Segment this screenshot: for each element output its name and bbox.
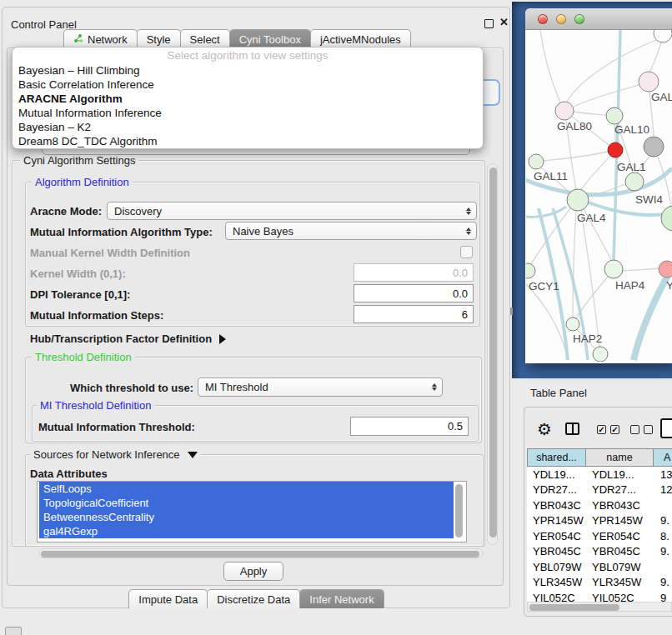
algorithm-option-mutual-information-inference[interactable]: Mutual Information Inference: [13, 106, 483, 120]
close-icon[interactable]: ✕: [499, 16, 509, 28]
mi-threshold-label: Mutual Information Threshold:: [38, 421, 195, 433]
panel-resize-grip[interactable]: [510, 308, 513, 315]
sources-toggle[interactable]: Sources for Network Inference: [30, 448, 201, 461]
table-row[interactable]: YDL19...YDL19...13: [527, 467, 672, 482]
apply-button[interactable]: Apply: [223, 562, 283, 581]
table-row[interactable]: YIL052CYIL052C9: [527, 590, 672, 602]
column-header-shared[interactable]: shared...: [527, 448, 586, 467]
attributes-list-scrollbar[interactable]: [455, 484, 463, 538]
settings-gear-icon[interactable]: ⚙: [537, 419, 552, 439]
tab-infer-network[interactable]: Infer Network: [299, 589, 384, 608]
split-view-columns-icon[interactable]: [565, 422, 579, 435]
network-node[interactable]: [644, 137, 664, 157]
which-threshold-select[interactable]: MI Threshold: [198, 378, 443, 397]
tab-style[interactable]: Style: [137, 29, 181, 48]
table-cell: YER054C: [586, 530, 654, 542]
tab-select[interactable]: Select: [180, 29, 230, 48]
table-row[interactable]: YPR145WYPR145W9.: [527, 513, 672, 529]
network-node-gcy1[interactable]: [526, 263, 535, 278]
tab-cyni-toolbox[interactable]: Cyni Toolbox: [229, 29, 311, 48]
network-node-gal4[interactable]: [567, 189, 589, 211]
network-node-gal[interactable]: [639, 72, 659, 92]
table-row[interactable]: YBR043CYBR043C: [527, 498, 672, 513]
node-label-gal11: GAL11: [534, 170, 568, 182]
network-node[interactable]: [593, 347, 608, 362]
table-row[interactable]: YDR27...YDR27...12: [527, 482, 672, 498]
mi-algorithm-type-select[interactable]: Naive Bayes: [225, 222, 477, 240]
manual-kernel-width-label: Manual Kernel Width Definition: [30, 247, 190, 259]
table-body: YDL19...YDL19...13YDR27...YDR27...12YBR0…: [527, 467, 672, 602]
aracne-mode-label: Aracne Mode:: [30, 205, 102, 218]
table-cell: 9: [654, 592, 672, 602]
mi-steps-input[interactable]: 6: [354, 305, 474, 323]
network-node-swi4[interactable]: [661, 206, 672, 231]
algorithm-option-bayesian-hill-climbing[interactable]: Bayesian – Hill Climbing: [13, 63, 483, 78]
network-canvas[interactable]: GALGAL80GAL10GAL1GAL11SWI4GAL4GCY1HAP4YH…: [526, 30, 672, 362]
attribute-item-betweennesscentrality[interactable]: BetweennessCentrality: [39, 510, 454, 524]
attribute-item-selfloops[interactable]: SelfLoops: [39, 482, 454, 496]
settings-vertical-scrollbar-thumb[interactable]: [489, 168, 497, 538]
kernel-width-input[interactable]: 0.0: [354, 263, 474, 282]
table-cell: YPR145W: [586, 514, 654, 527]
zoom-traffic-light[interactable]: [574, 14, 584, 24]
tab-impute-data[interactable]: Impute Data: [128, 589, 208, 608]
network-node[interactable]: [608, 142, 623, 158]
settings-vertical-scrollbar-track[interactable]: [487, 163, 498, 545]
table-panel-title: Table Panel: [530, 387, 587, 399]
algorithm-option-aracne-algorithm[interactable]: ARACNE Algorithm: [13, 92, 483, 106]
table-row[interactable]: YLR345WYLR345W9.: [527, 575, 672, 591]
float-window-icon[interactable]: [484, 19, 494, 28]
table-cell: YBR045C: [527, 545, 586, 558]
network-node-gal80[interactable]: [555, 102, 574, 120]
deselect-all-checkboxes-icon[interactable]: [630, 425, 639, 434]
table-horizontal-scrollbar-thumb[interactable]: [529, 604, 619, 611]
network-node[interactable]: [654, 30, 672, 42]
table-row[interactable]: YER054CYER054C8.: [527, 528, 672, 544]
column-header-name[interactable]: name: [585, 448, 654, 467]
network-node-hap4[interactable]: [604, 260, 623, 278]
settings-group-title: Cyni Algorithm Settings: [20, 154, 138, 167]
data-attributes-list[interactable]: SelfLoopsTopologicalCoefficientBetweenne…: [37, 481, 467, 542]
select-all-checkboxes-icon[interactable]: ✓: [610, 425, 619, 434]
close-traffic-light[interactable]: [538, 14, 548, 24]
settings-horizontal-scrollbar-track[interactable]: [38, 548, 484, 558]
deselect-all-checkboxes-icon[interactable]: [644, 425, 653, 434]
stepper-icon: [466, 222, 471, 239]
table-cell: YPR145W: [527, 514, 586, 527]
node-label-gal1: GAL1: [617, 161, 646, 173]
column-header-a[interactable]: A: [653, 448, 672, 467]
network-node-gal11[interactable]: [529, 154, 544, 169]
attribute-item-topologicalcoefficient[interactable]: TopologicalCoefficient: [39, 496, 454, 510]
table-row[interactable]: YBL079WYBL079W: [527, 559, 672, 575]
tab-jactivemnodules[interactable]: jActiveMNodules: [310, 29, 411, 48]
bottom-left-button[interactable]: [5, 627, 22, 635]
attribute-item-gal4rgexp[interactable]: gal4RGexp: [39, 524, 454, 538]
document-icon[interactable]: [660, 418, 672, 438]
network-node-gal1[interactable]: [625, 172, 644, 191]
table-horizontal-scrollbar-track[interactable]: [527, 602, 672, 612]
network-node-y[interactable]: [659, 261, 672, 278]
settings-horizontal-scrollbar-thumb[interactable]: [41, 551, 479, 558]
hub-definition-toggle[interactable]: Hub/Transcription Factor Definition: [30, 332, 226, 345]
minimize-traffic-light[interactable]: [556, 14, 566, 24]
select-all-checkboxes-icon[interactable]: ✓: [597, 425, 606, 434]
tab-network[interactable]: Network: [63, 29, 138, 48]
mi-threshold-input[interactable]: 0.5: [350, 417, 469, 436]
algorithm-option-basic-correlation-inference[interactable]: Basic Correlation Inference: [13, 78, 483, 92]
aracne-mode-select[interactable]: Discovery: [107, 202, 477, 220]
table-cell: YBR043C: [527, 499, 586, 512]
data-attributes-label: Data Attributes: [30, 468, 108, 480]
tab-label: Select: [190, 33, 220, 46]
dpi-tolerance-input[interactable]: 0.0: [354, 284, 474, 302]
table-row[interactable]: YBR045CYBR045C9.: [527, 544, 672, 560]
aracne-mode-value: Discovery: [114, 205, 162, 218]
algorithm-option-dream8-dc-tdc-algorithm[interactable]: Dream8 DC_TDC Algorithm: [13, 134, 483, 148]
manual-kernel-width-checkbox[interactable]: [460, 246, 473, 258]
stepper-icon: [466, 202, 471, 219]
tab-discretize-data[interactable]: Discretize Data: [207, 589, 300, 608]
network-node-hap2[interactable]: [566, 318, 579, 331]
table-cell: 9.: [654, 576, 672, 588]
algorithm-option-bayesian-k2[interactable]: Bayesian – K2: [13, 120, 483, 134]
network-node-gal10[interactable]: [606, 108, 623, 124]
hub-definition-label: Hub/Transcription Factor Definition: [30, 332, 212, 345]
